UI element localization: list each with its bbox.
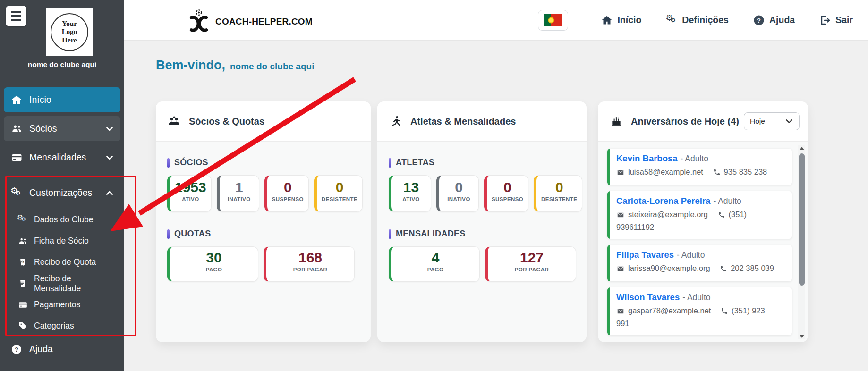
users-group-icon: [167, 114, 181, 128]
member-name-link[interactable]: Wilson Tavares: [616, 292, 680, 302]
submenu-item-label: Categorias: [34, 321, 74, 331]
card-title: Sócios & Quotas: [189, 116, 264, 127]
section-bar-icon: [167, 229, 170, 239]
stat-pago: 4 PAGO: [389, 246, 480, 282]
receipt-dollar-icon: $: [17, 258, 28, 267]
sidebar-item-label: Início: [29, 94, 114, 105]
gears-icon: ⚙⚙: [666, 15, 677, 26]
member-name-link[interactable]: Filipa Tavares: [616, 250, 674, 260]
chevron-down-icon: [105, 125, 114, 133]
envelope-icon: [616, 168, 625, 179]
topnav-sair[interactable]: Sair: [819, 15, 853, 26]
language-flag-button[interactable]: [538, 10, 568, 31]
svg-text:?: ?: [757, 17, 761, 24]
member-category: - Adulto: [677, 250, 705, 260]
submenu-item-pagamentos[interactable]: Pagamentos: [0, 294, 124, 315]
birthday-filter-select[interactable]: Hoje: [744, 112, 800, 130]
tag-icon: [17, 321, 28, 331]
section-bar-icon: [389, 158, 391, 168]
stat-suspenso: 0 SUSPENSO: [484, 175, 528, 212]
envelope-icon: [616, 211, 625, 222]
brand-logo[interactable]: COACH-HELPER.COM: [183, 7, 313, 34]
stat-row: 4 PAGO 127 POR PAGAR: [389, 246, 575, 282]
coach-helper-logo-icon: [183, 7, 214, 34]
users-icon: [17, 236, 28, 246]
section-bar-icon: [167, 158, 170, 168]
section-bar-icon: [389, 229, 391, 239]
card-header: Sócios & Quotas: [156, 101, 371, 142]
member-name-link[interactable]: Carlota-Lorena Pereira: [616, 196, 710, 206]
sidebar: Your Logo Here nome do clube aqui Início…: [0, 0, 124, 371]
app-root: Your Logo Here nome do clube aqui Início…: [0, 0, 868, 371]
section-label: QUOTAS: [167, 229, 359, 239]
stat-ativo: 1953 ATIVO: [167, 175, 212, 212]
member-name-link[interactable]: Kevin Barbosa: [616, 153, 678, 163]
club-logo-placeholder-text: Your Logo Here: [51, 13, 88, 51]
submenu-item-recibo-de-quota[interactable]: $ Recibo de Quota: [0, 252, 124, 273]
scrollbar[interactable]: [798, 145, 805, 339]
portugal-flag-icon: [544, 14, 562, 26]
phone-icon: [720, 264, 727, 276]
main-content: Bem-vindo, nome do clube aqui Sócios & Q…: [124, 40, 868, 371]
submenu-item-label: Recibo de Mensalidade: [34, 274, 119, 294]
sidebar-item-mensalidades[interactable]: Mensalidades: [4, 145, 120, 170]
receipt-icon: [17, 279, 28, 288]
envelope-icon: [616, 264, 625, 276]
topnav-inicio[interactable]: Início: [601, 15, 641, 26]
sidebar-item-customizacoes[interactable]: ⚙⚙ Customizações: [4, 180, 120, 205]
topbar: COACH-HELPER.COM Início ⚙⚙ Definições ?: [124, 0, 868, 40]
submenu-item-dados-do-clube[interactable]: ⚙⚙ Dados do Clube: [0, 209, 124, 230]
selected-option: Hoje: [750, 117, 785, 126]
sidebar-item-socios[interactable]: Sócios: [4, 116, 120, 141]
stat-row: 30 PAGO 168 POR PAGAR: [167, 246, 359, 282]
chevron-up-icon: [105, 189, 114, 197]
customizacoes-submenu: ⚙⚙ Dados do Clube Ficha de Sócio $ Recib…: [0, 209, 124, 337]
stat-pago: 30 PAGO: [167, 246, 258, 282]
brand-text: COACH-HELPER.COM: [215, 17, 313, 27]
scroll-up-arrow[interactable]: [798, 145, 805, 152]
stat-por-pagar: 127 POR PAGAR: [485, 246, 576, 282]
topnav-label: Definições: [682, 15, 729, 25]
birthday-list: Kevin Barbosa- Adulto luisa58@example.ne…: [598, 142, 808, 342]
submenu-item-label: Pagamentos: [34, 300, 80, 310]
member-email: steixeira@example.org: [616, 210, 708, 219]
sidebar-item-label: Mensalidades: [29, 152, 105, 163]
card-title: Aniversários de Hoje (4): [631, 116, 739, 127]
topnav-label: Sair: [835, 15, 853, 25]
birthday-entry: Carlota-Lorena Pereira- Adulto steixeira…: [607, 191, 792, 239]
submenu-item-label: Ficha de Sócio: [34, 236, 89, 246]
submenu-item-recibo-de-mensalidade[interactable]: Recibo de Mensalidade: [0, 273, 124, 294]
card-body: SÓCIOS 1953 ATIVO 1 INATIVO 0: [156, 142, 371, 292]
submenu-item-ficha-de-socio[interactable]: Ficha de Sócio: [0, 230, 124, 252]
member-category: - Adulto: [681, 154, 708, 163]
scroll-down-arrow[interactable]: [798, 333, 805, 339]
section-label: SÓCIOS: [167, 158, 359, 168]
sidebar-item-label: Customizações: [29, 187, 105, 198]
credit-card-icon: [17, 300, 28, 310]
card-title: Atletas & Mensalidades: [410, 116, 516, 127]
welcome-club-name: nome do clube aqui: [230, 61, 314, 72]
topnav-ajuda[interactable]: ? Ajuda: [753, 15, 795, 26]
card-atletas-mensalidades: Atletas & Mensalidades ATLETAS 13 ATIVO …: [377, 101, 587, 342]
welcome-greeting: Bem-vindo,: [156, 58, 225, 73]
submenu-item-categorias[interactable]: Categorias: [0, 315, 124, 337]
card-header: Aniversários de Hoje (4) Hoje: [598, 101, 808, 142]
sidebar-item-label: Ajuda: [29, 344, 114, 354]
topnav-definicoes[interactable]: ⚙⚙ Definições: [666, 15, 729, 26]
sidebar-item-ajuda[interactable]: ? Ajuda: [4, 337, 120, 362]
dashboard-cards: Sócios & Quotas SÓCIOS 1953 ATIVO 1: [156, 101, 808, 342]
stat-row: 13 ATIVO 0 INATIVO 0 SUSPENSO 0: [389, 175, 575, 212]
topbar-nav: Início ⚙⚙ Definições ? Ajuda Sair: [538, 10, 853, 31]
menu-toggle-button[interactable]: [6, 6, 26, 26]
scrollbar-thumb[interactable]: [799, 153, 805, 286]
card-aniversarios: Aniversários de Hoje (4) Hoje Kevin Barb…: [598, 101, 808, 342]
stat-desistente: 0 DESISTENTE: [314, 175, 363, 212]
phone-icon: [721, 307, 728, 318]
svg-text:?: ?: [15, 346, 18, 353]
club-name: nome do clube aqui: [0, 60, 124, 69]
topnav-label: Início: [617, 15, 641, 25]
member-phone: 202 385 039: [720, 264, 774, 272]
welcome-heading: Bem-vindo, nome do clube aqui: [156, 58, 314, 73]
sidebar-item-inicio[interactable]: Início: [4, 87, 120, 112]
birthday-entry: Wilson Tavares- Adulto gaspar78@example.…: [607, 287, 792, 335]
